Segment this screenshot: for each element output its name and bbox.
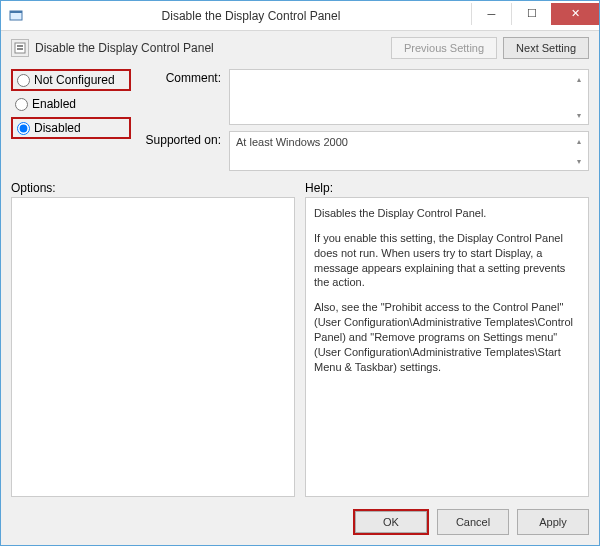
policy-title: Disable the Display Control Panel xyxy=(35,41,385,55)
supported-label: Supported on: xyxy=(141,131,221,147)
top-config-area: Not Configured Enabled Disabled Comment:… xyxy=(11,69,589,171)
right-fields: Comment: ▴ ▾ Supported on: At least Wind… xyxy=(141,69,589,171)
policy-icon xyxy=(11,39,29,57)
policy-header: Disable the Display Control Panel Previo… xyxy=(11,37,589,59)
help-box: Disables the Display Control Panel. If y… xyxy=(305,197,589,497)
next-setting-button[interactable]: Next Setting xyxy=(503,37,589,59)
ok-highlight: OK xyxy=(353,509,429,535)
supported-field-row: Supported on: At least Windows 2000 ▴ ▾ xyxy=(141,131,589,171)
radio-disabled[interactable] xyxy=(17,122,30,135)
comment-field-row: Comment: ▴ ▾ xyxy=(141,69,589,125)
scroll-down-icon[interactable]: ▾ xyxy=(572,108,586,122)
help-panel: Help: Disables the Display Control Panel… xyxy=(305,181,589,497)
previous-setting-button[interactable]: Previous Setting xyxy=(391,37,497,59)
options-panel: Options: xyxy=(11,181,295,497)
radio-not-configured-row[interactable]: Not Configured xyxy=(11,69,131,91)
radio-not-configured-label: Not Configured xyxy=(34,73,115,87)
options-box xyxy=(11,197,295,497)
nav-buttons: Previous Setting Next Setting xyxy=(391,37,589,59)
radio-not-configured[interactable] xyxy=(17,74,30,87)
comment-label: Comment: xyxy=(141,69,221,85)
help-label: Help: xyxy=(305,181,589,195)
comment-input[interactable]: ▴ ▾ xyxy=(229,69,589,125)
help-text-p3: Also, see the "Prohibit access to the Co… xyxy=(314,300,580,374)
supported-value: At least Windows 2000 xyxy=(236,136,348,148)
window-icon xyxy=(1,9,31,23)
supported-display: At least Windows 2000 ▴ ▾ xyxy=(229,131,589,171)
apply-button[interactable]: Apply xyxy=(517,509,589,535)
svg-rect-4 xyxy=(17,48,23,50)
options-label: Options: xyxy=(11,181,295,195)
window-title: Disable the Display Control Panel xyxy=(31,9,471,23)
state-radio-group: Not Configured Enabled Disabled xyxy=(11,69,131,171)
radio-enabled[interactable] xyxy=(15,98,28,111)
window-controls: ─ ☐ ✕ xyxy=(471,3,599,25)
radio-enabled-row[interactable]: Enabled xyxy=(11,95,131,113)
ok-button[interactable]: OK xyxy=(355,511,427,533)
panels-area: Options: Help: Disables the Display Cont… xyxy=(11,181,589,497)
svg-rect-3 xyxy=(17,45,23,47)
minimize-button[interactable]: ─ xyxy=(471,3,511,25)
help-text-p2: If you enable this setting, the Display … xyxy=(314,231,580,290)
content-area: Disable the Display Control Panel Previo… xyxy=(1,31,599,545)
close-button[interactable]: ✕ xyxy=(551,3,599,25)
help-text-p1: Disables the Display Control Panel. xyxy=(314,206,580,221)
cancel-button[interactable]: Cancel xyxy=(437,509,509,535)
scroll-up-icon[interactable]: ▴ xyxy=(572,72,586,86)
svg-rect-1 xyxy=(10,11,22,13)
radio-enabled-label: Enabled xyxy=(32,97,76,111)
policy-editor-window: Disable the Display Control Panel ─ ☐ ✕ … xyxy=(0,0,600,546)
maximize-button[interactable]: ☐ xyxy=(511,3,551,25)
scroll-down-icon[interactable]: ▾ xyxy=(572,154,586,168)
titlebar[interactable]: Disable the Display Control Panel ─ ☐ ✕ xyxy=(1,1,599,31)
scroll-up-icon[interactable]: ▴ xyxy=(572,134,586,148)
dialog-buttons: OK Cancel Apply xyxy=(11,509,589,535)
radio-disabled-label: Disabled xyxy=(34,121,81,135)
radio-disabled-row[interactable]: Disabled xyxy=(11,117,131,139)
